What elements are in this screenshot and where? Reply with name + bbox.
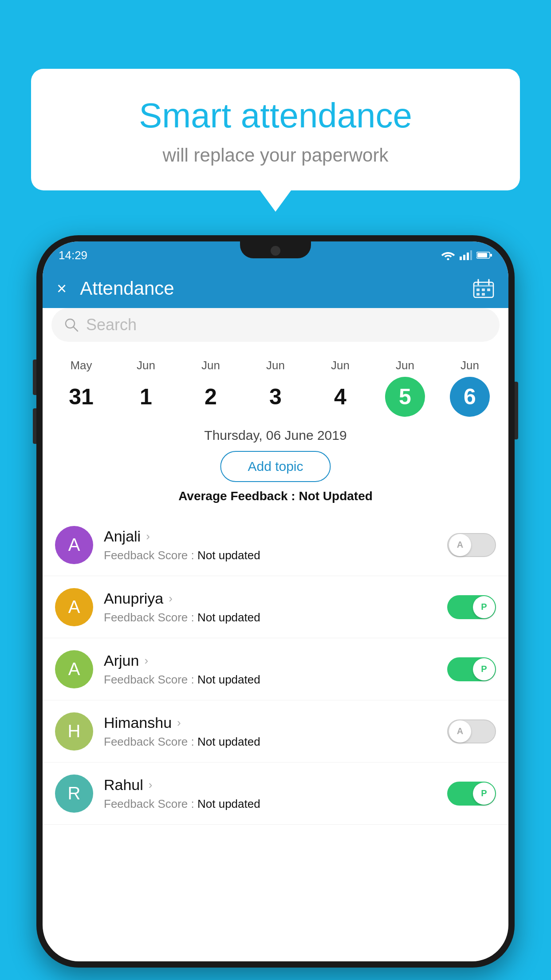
student-feedback: Feedback Score : Not updated [104, 797, 447, 811]
chevron-right-icon: › [177, 716, 181, 730]
student-item[interactable]: R Rahul › Feedback Score : Not updated P [43, 763, 508, 825]
attendance-toggle[interactable]: P [447, 782, 496, 806]
selected-date: Thursday, 06 June 2019 [43, 428, 508, 443]
calendar-day[interactable]: Jun 1 [119, 359, 173, 417]
svg-rect-2 [463, 255, 465, 260]
cal-date-label: 4 [320, 377, 360, 417]
cal-date-label: 3 [256, 377, 295, 417]
student-name: Himanshu [104, 714, 172, 731]
power-button[interactable] [515, 382, 518, 439]
svg-point-0 [447, 258, 449, 261]
student-item[interactable]: A Arjun › Feedback Score : Not updated P [43, 638, 508, 700]
search-bar[interactable]: Search [51, 308, 500, 342]
calendar-day[interactable]: Jun 4 [314, 359, 367, 417]
cal-month-label: Jun [460, 359, 479, 372]
chevron-right-icon: › [146, 530, 150, 543]
student-avatar: R [55, 775, 93, 813]
svg-rect-16 [482, 293, 485, 296]
avg-feedback: Average Feedback : Not Updated [43, 489, 508, 503]
student-info: Rahul › Feedback Score : Not updated [104, 776, 447, 811]
volume-down-button[interactable] [33, 408, 36, 444]
avg-feedback-label: Average Feedback : [178, 489, 299, 503]
toggle-knob: P [473, 782, 495, 805]
status-icons [441, 250, 492, 260]
svg-rect-14 [487, 288, 490, 291]
app-header: × Attendance [43, 269, 508, 308]
volume-up-button[interactable] [33, 360, 36, 395]
cal-month-label: Jun [137, 359, 155, 372]
signal-icon [460, 250, 472, 260]
student-name: Arjun [104, 652, 139, 669]
cal-date-label: 5 [385, 377, 425, 417]
add-topic-button[interactable]: Add topic [220, 451, 331, 482]
search-placeholder: Search [86, 316, 137, 334]
svg-rect-15 [476, 293, 480, 296]
student-avatar: H [55, 712, 93, 751]
student-info: Himanshu › Feedback Score : Not updated [104, 714, 447, 749]
student-avatar: A [55, 588, 93, 626]
student-item[interactable]: H Himanshu › Feedback Score : Not update… [43, 700, 508, 763]
cal-date-label: 1 [126, 377, 166, 417]
calendar-day[interactable]: Jun 2 [184, 359, 237, 417]
speech-bubble: Smart attendance will replace your paper… [31, 69, 520, 190]
attendance-toggle[interactable]: A [447, 719, 496, 743]
calendar-icon[interactable] [473, 279, 494, 298]
phone-screen: 14:29 [43, 241, 508, 961]
calendar-day[interactable]: Jun 6 [443, 359, 496, 417]
student-item[interactable]: A Anjali › Feedback Score : Not updated … [43, 514, 508, 576]
svg-rect-7 [490, 254, 492, 257]
svg-rect-1 [460, 257, 462, 260]
student-avatar: A [55, 650, 93, 688]
svg-rect-9 [474, 285, 493, 287]
cal-month-label: Jun [266, 359, 285, 372]
toggle-knob: A [449, 534, 471, 556]
student-feedback: Feedback Score : Not updated [104, 673, 447, 687]
student-info: Anjali › Feedback Score : Not updated [104, 528, 447, 562]
chevron-right-icon: › [144, 654, 148, 668]
phone-frame: 14:29 [36, 235, 515, 968]
battery-icon [476, 251, 492, 259]
cal-month-label: Jun [201, 359, 220, 372]
svg-rect-4 [470, 250, 472, 260]
student-info: Anupriya › Feedback Score : Not updated [104, 590, 447, 624]
header-title: Attendance [80, 278, 473, 299]
student-item[interactable]: A Anupriya › Feedback Score : Not update… [43, 576, 508, 638]
calendar-day[interactable]: Jun 3 [249, 359, 302, 417]
student-list: A Anjali › Feedback Score : Not updated … [43, 514, 508, 961]
attendance-toggle[interactable]: P [447, 595, 496, 619]
calendar-strip: May 31 Jun 1 Jun 2 Jun 3 Jun 4 Jun 5 Jun… [43, 350, 508, 425]
attendance-toggle[interactable]: A [447, 533, 496, 557]
search-icon [64, 317, 79, 332]
wifi-icon [441, 250, 455, 260]
svg-line-18 [74, 327, 78, 331]
student-feedback: Feedback Score : Not updated [104, 611, 447, 624]
status-time: 14:29 [59, 249, 87, 262]
speech-bubble-title: Smart attendance [53, 95, 498, 136]
cal-date-label: 2 [191, 377, 231, 417]
student-avatar: A [55, 526, 93, 564]
calendar-day[interactable]: Jun 5 [378, 359, 432, 417]
svg-rect-3 [467, 253, 469, 260]
svg-rect-6 [477, 253, 487, 257]
cal-month-label: Jun [396, 359, 414, 372]
student-name: Rahul [104, 776, 143, 794]
student-feedback: Feedback Score : Not updated [104, 549, 447, 562]
student-name: Anjali [104, 528, 141, 545]
cal-month-label: Jun [331, 359, 350, 372]
cal-month-label: May [70, 359, 92, 372]
close-button[interactable]: × [57, 279, 67, 298]
calendar-day[interactable]: May 31 [55, 359, 108, 417]
svg-rect-12 [476, 288, 480, 291]
attendance-toggle[interactable]: P [447, 657, 496, 681]
toggle-knob: A [449, 720, 471, 743]
toggle-knob: P [473, 596, 495, 618]
student-name: Anupriya [104, 590, 163, 607]
chevron-right-icon: › [169, 592, 173, 605]
chevron-right-icon: › [149, 778, 153, 792]
svg-rect-13 [482, 288, 485, 291]
svg-point-17 [66, 319, 75, 328]
camera-icon [271, 246, 280, 256]
speech-bubble-subtitle: will replace your paperwork [53, 145, 498, 166]
cal-date-label: 31 [61, 377, 101, 417]
toggle-knob: P [473, 658, 495, 680]
